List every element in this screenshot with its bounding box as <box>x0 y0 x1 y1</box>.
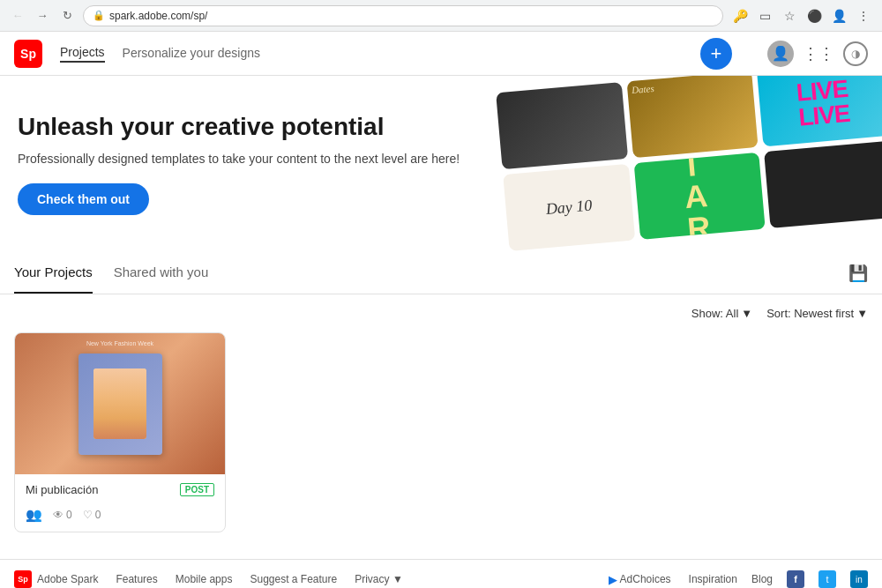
footer-logo-icon: Sp <box>14 570 32 588</box>
tab-shared-with-you[interactable]: Shared with you <box>114 252 209 294</box>
project-type-badge: POST <box>180 483 214 496</box>
project-inner-label: New York Fashion Week <box>15 340 225 346</box>
sort-select[interactable]: Sort: Newest first ▼ <box>766 307 868 320</box>
show-filter-select[interactable]: Show: All ▼ <box>691 307 752 320</box>
project-inner-image <box>93 368 146 439</box>
avatar-icon[interactable]: 👤 <box>829 6 848 26</box>
browser-url: spark.adobe.com/sp/ <box>109 10 207 22</box>
adchoices-link[interactable]: ▶ AdChoices <box>609 573 671 586</box>
footer-brand-link[interactable]: Adobe Spark <box>37 573 98 585</box>
archive-icon[interactable]: 💾 <box>848 264 868 283</box>
adchoices-icon: ▶ <box>609 573 617 586</box>
project-inner-card <box>78 354 162 455</box>
footer-right: Inspiration Blog f t in <box>689 570 868 588</box>
menu-icon[interactable]: ⋮ <box>854 6 873 26</box>
hero-live-text: LIVELIVE <box>796 76 851 130</box>
project-likes: ♡ 0 <box>83 509 101 521</box>
add-project-button[interactable]: + <box>700 38 732 70</box>
hero-day10-text: Day 10 <box>545 197 593 219</box>
projects-tabs: Your Projects Shared with you 💾 <box>0 252 882 294</box>
chevron-down-icon-2: ▼ <box>856 307 868 320</box>
profile-icon[interactable]: ⚫ <box>804 6 824 26</box>
nav-personalize-link[interactable]: Personalize your designs <box>123 46 260 62</box>
linkedin-icon[interactable]: in <box>850 570 868 588</box>
app-navbar: Sp Projects Personalize your designs + 👤… <box>0 32 882 76</box>
browser-action-icons: 🔑 ▭ ☆ ⚫ 👤 ⋮ <box>730 6 873 26</box>
footer-features-link[interactable]: Features <box>116 573 157 585</box>
footer-logo: Sp Adobe Spark <box>14 570 98 588</box>
spark-circle-icon[interactable]: ◑ <box>843 41 868 66</box>
hero-image-5: TAR <box>633 153 766 240</box>
browser-address-bar[interactable]: 🔒 spark.adobe.com/sp/ <box>83 5 723 26</box>
nav-projects-link[interactable]: Projects <box>60 45 105 63</box>
hero-images: Dates LIVELIVE Day 10 TAR <box>486 76 882 252</box>
lock-icon: 🔒 <box>93 10 105 21</box>
footer-mobile-link[interactable]: Mobile apps <box>176 573 233 585</box>
footer: Sp Adobe Spark Features Mobile apps Sugg… <box>0 559 882 588</box>
hero-image-2-label: Dates <box>626 78 659 100</box>
privacy-chevron-icon: ▼ <box>392 573 403 585</box>
hero-image-1 <box>496 82 628 169</box>
browser-back-button[interactable]: ← <box>9 7 26 25</box>
footer-inspiration-link[interactable]: Inspiration <box>689 573 737 585</box>
browser-reload-button[interactable]: ↻ <box>58 7 76 25</box>
footer-blog-link[interactable]: Blog <box>751 573 773 585</box>
extensions-icon[interactable]: ▭ <box>755 6 774 26</box>
hero-section: Unleash your creative potential Professi… <box>0 76 882 252</box>
browser-chrome: ← → ↻ 🔒 spark.adobe.com/sp/ 🔑 ▭ ☆ ⚫ 👤 ⋮ <box>0 0 882 32</box>
app-logo: Sp <box>14 40 42 68</box>
check-them-out-button[interactable]: Check them out <box>18 183 149 215</box>
footer-suggest-link[interactable]: Suggest a Feature <box>250 573 337 585</box>
browser-forward-button[interactable]: → <box>34 7 51 25</box>
hero-subtitle: Professionally designed templates to tak… <box>18 152 460 166</box>
project-thumbnail: New York Fashion Week <box>15 333 225 474</box>
tab-your-projects[interactable]: Your Projects <box>14 252 93 294</box>
user-avatar[interactable]: 👤 <box>767 41 794 67</box>
hero-image-2: Dates <box>626 76 759 158</box>
hero-image-3: LIVELIVE <box>757 76 882 146</box>
project-views: 👁 0 <box>53 509 72 521</box>
nav-right-icons: 👤 ⋮⋮ ◑ <box>767 41 868 67</box>
views-icon: 👁 <box>53 509 64 521</box>
projects-grid: New York Fashion Week Mi publicación POS… <box>0 332 882 559</box>
likes-icon: ♡ <box>83 509 93 521</box>
footer-privacy-link[interactable]: Privacy ▼ <box>355 573 403 585</box>
projects-toolbar: Show: All ▼ Sort: Newest first ▼ <box>0 294 882 332</box>
hero-content: Unleash your creative potential Professi… <box>18 113 460 215</box>
project-meta: 👥 👁 0 ♡ 0 <box>15 502 225 532</box>
key-icon[interactable]: 🔑 <box>730 6 750 26</box>
facebook-icon[interactable]: f <box>787 570 804 588</box>
collaborators-icon: 👥 <box>26 507 42 523</box>
hero-image-6 <box>764 141 882 228</box>
hero-image-4: Day 10 <box>503 164 635 251</box>
hero-title: Unleash your creative potential <box>18 113 460 141</box>
hero-tar-text: TAR <box>681 153 719 240</box>
star-icon[interactable]: ☆ <box>780 6 799 26</box>
project-info: Mi publicación POST <box>15 474 225 502</box>
twitter-icon[interactable]: t <box>818 570 836 588</box>
apps-grid-icon[interactable]: ⋮⋮ <box>803 44 834 63</box>
project-card[interactable]: New York Fashion Week Mi publicación POS… <box>14 332 226 532</box>
project-name: Mi publicación <box>26 483 98 496</box>
chevron-down-icon: ▼ <box>741 307 752 320</box>
